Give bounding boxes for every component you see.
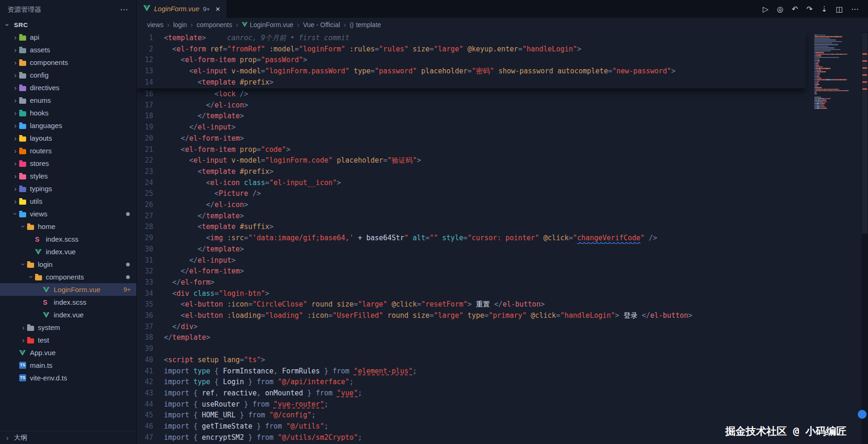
line-number[interactable]: 17 <box>137 100 164 111</box>
more-actions-icon[interactable]: ⋯ <box>120 5 129 14</box>
code-line-35[interactable]: 35 <el-button :icon="CircleClose" round … <box>137 299 806 310</box>
code-line-38[interactable]: 38</template> <box>137 332 806 344</box>
line-number[interactable]: 33 <box>137 277 164 288</box>
sidebar-item-stores[interactable]: ›stores <box>0 157 136 170</box>
code-line-12[interactable]: 12 <el-form-item prop="passWord"> <box>137 55 806 66</box>
line-number[interactable]: 39 <box>137 344 164 355</box>
search-icon[interactable]: ◎ <box>777 5 783 14</box>
code-line-2[interactable]: 2 <el-form ref="fromRef" :model="loginFo… <box>137 44 806 55</box>
line-number[interactable]: 41 <box>137 366 164 377</box>
back-icon[interactable]: ↶ <box>792 5 798 14</box>
sidebar-item-vite-env-d-ts[interactable]: TSvite-env.d.ts <box>0 372 136 384</box>
code-line-13[interactable]: 13 <el-input v-model="loginForm.passWord… <box>137 66 806 77</box>
sidebar-item-directives[interactable]: ›directives <box>0 81 136 94</box>
code-line-21[interactable]: 21 <el-form-item prop="code"> <box>137 144 806 156</box>
breadcrumb-loginform-vue[interactable]: LoginForm.vue <box>242 21 293 29</box>
outline-section[interactable]: › 大纲 <box>0 431 136 444</box>
sidebar-item-app-vue[interactable]: App.vue <box>0 346 136 359</box>
code-line-29[interactable]: 29 <img :src="'data:image/gif;base64,' +… <box>137 233 806 244</box>
line-number[interactable]: 36 <box>137 310 164 322</box>
sidebar-item-index-scss[interactable]: Sindex.scss <box>0 296 136 308</box>
sidebar-item-views[interactable]: ›views <box>0 208 136 220</box>
sidebar-item-main-ts[interactable]: TSmain.ts <box>0 359 136 372</box>
code-line-23[interactable]: 23 <template #prefix> <box>137 166 806 178</box>
code-line-17[interactable]: 17 </el-icon> <box>137 100 806 111</box>
run-below-icon[interactable]: ⇣ <box>821 5 827 14</box>
code-line-47[interactable]: 47import { encryptSM2 } from "@/utils/sm… <box>137 432 806 444</box>
line-number[interactable]: 2 <box>137 44 164 55</box>
line-number[interactable]: 16 <box>137 89 164 100</box>
line-number[interactable]: 1 <box>137 33 164 44</box>
scrollbar[interactable] <box>861 32 868 444</box>
breadcrumb-components[interactable]: components <box>197 21 232 29</box>
line-number[interactable]: 31 <box>137 255 164 266</box>
code-line-18[interactable]: 18 </template> <box>137 111 806 122</box>
breadcrumb-login[interactable]: login <box>173 21 187 29</box>
sidebar-item-languages[interactable]: ›languages <box>0 119 136 132</box>
line-number[interactable]: 24 <box>137 178 164 189</box>
line-number[interactable]: 37 <box>137 322 164 333</box>
line-number[interactable]: 30 <box>137 244 164 255</box>
code-line-26[interactable]: 26 </el-icon> <box>137 200 806 211</box>
sidebar-item-api[interactable]: ›api <box>0 31 136 43</box>
code-line-37[interactable]: 37 </div> <box>137 322 806 333</box>
code-line-25[interactable]: 25 <Picture /> <box>137 188 806 200</box>
code-line-20[interactable]: 20 </el-form-item> <box>137 133 806 144</box>
line-number[interactable]: 22 <box>137 155 164 166</box>
minimap[interactable] <box>812 32 861 444</box>
code-line-39[interactable]: 39 <box>137 344 806 355</box>
code-line-14[interactable]: 14 <template #prefix> <box>137 77 806 88</box>
line-number[interactable]: 18 <box>137 111 164 122</box>
code-line-45[interactable]: 45import { HOME_URL } from "@/config"; <box>137 410 806 421</box>
sidebar-item-index-scss[interactable]: Sindex.scss <box>0 233 136 245</box>
code-line-31[interactable]: 31 </el-input> <box>137 255 806 266</box>
line-number[interactable]: 35 <box>137 299 164 310</box>
line-number[interactable]: 14 <box>137 77 164 88</box>
explorer-root-src[interactable]: › SRC <box>0 19 136 31</box>
sidebar-item-routers[interactable]: ›routers <box>0 144 136 157</box>
code-line-30[interactable]: 30 </template> <box>137 244 806 255</box>
tab-loginform-vue[interactable]: LoginForm.vue 9+ × <box>137 0 226 18</box>
sidebar-item-components[interactable]: ›components <box>0 56 136 69</box>
breadcrumb-views[interactable]: views <box>147 21 163 29</box>
line-number[interactable]: 29 <box>137 233 164 244</box>
code-line-34[interactable]: 34 <div class="login-btn"> <box>137 288 806 300</box>
line-number[interactable]: 32 <box>137 266 164 277</box>
line-number[interactable]: 40 <box>137 355 164 366</box>
sidebar-item-styles[interactable]: ›styles <box>0 170 136 182</box>
sidebar-item-assets[interactable]: ›assets <box>0 43 136 56</box>
line-number[interactable]: 38 <box>137 332 164 344</box>
breadcrumb-template[interactable]: {}template <box>350 21 381 29</box>
line-number[interactable]: 20 <box>137 133 164 144</box>
line-number[interactable]: 46 <box>137 421 164 432</box>
line-number[interactable]: 34 <box>137 288 164 300</box>
sidebar-item-config[interactable]: ›config <box>0 69 136 81</box>
sidebar-item-hooks[interactable]: ›hooks <box>0 107 136 119</box>
code-line-28[interactable]: 28 <template #suffix> <box>137 222 806 233</box>
breadcrumb-vue-official[interactable]: Vue - Official <box>303 21 340 29</box>
code-line-27[interactable]: 27 </template> <box>137 211 806 222</box>
line-number[interactable]: 26 <box>137 200 164 211</box>
line-number[interactable]: 12 <box>137 55 164 66</box>
line-number[interactable]: 42 <box>137 377 164 388</box>
sidebar-item-system[interactable]: ›system <box>0 321 136 334</box>
code-line-36[interactable]: 36 <el-button :loading="loading" :icon="… <box>137 310 806 322</box>
code-line-46[interactable]: 46import { getTimeState } from "@/utils"… <box>137 421 806 432</box>
line-number[interactable]: 28 <box>137 222 164 233</box>
line-number[interactable]: 27 <box>137 211 164 222</box>
code-line-40[interactable]: 40<script setup lang="ts"> <box>137 355 806 366</box>
code-line-19[interactable]: 19 </el-input> <box>137 122 806 133</box>
forward-icon[interactable]: ↷ <box>806 5 812 14</box>
sidebar-item-index-vue[interactable]: index.vue <box>0 308 136 321</box>
line-number[interactable]: 19 <box>137 122 164 133</box>
code-line-24[interactable]: 24 <el-icon class="el-input__icon"> <box>137 178 806 189</box>
sidebar-item-layouts[interactable]: ›layouts <box>0 132 136 144</box>
code-line-43[interactable]: 43import { ref, reactive, onMounted } fr… <box>137 388 806 399</box>
sidebar-item-index-vue[interactable]: index.vue <box>0 245 136 258</box>
sidebar-item-home[interactable]: ›home <box>0 220 136 233</box>
code-line-44[interactable]: 44import { useRouter } from "vue-router"… <box>137 399 806 410</box>
code-line-32[interactable]: 32 </el-form-item> <box>137 266 806 277</box>
line-number[interactable]: 47 <box>137 432 164 444</box>
more-actions-icon[interactable]: ⋯ <box>851 5 859 14</box>
run-button[interactable]: ▷ <box>762 5 768 14</box>
